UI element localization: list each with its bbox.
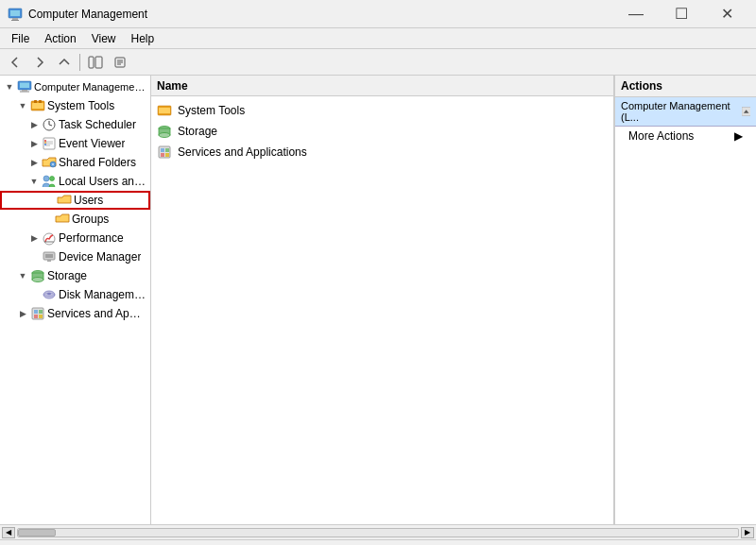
actions-scroll-up[interactable] <box>742 107 750 116</box>
content-storage-icon <box>157 124 172 139</box>
shared-folders-expand[interactable]: ▶ <box>26 155 42 170</box>
svg-point-40 <box>47 293 51 295</box>
actions-panel: Actions Computer Management (L... More A… <box>614 76 756 524</box>
main-container: ▼ Computer Management (Loca ▼ System Too… <box>0 76 756 524</box>
storage-expand[interactable]: ▼ <box>15 268 30 283</box>
svg-point-25 <box>44 140 46 142</box>
system-tools-expand[interactable]: ▼ <box>15 98 30 113</box>
close-button[interactable]: ✕ <box>705 0 748 28</box>
title-bar: Computer Management — ☐ ✕ <box>0 0 756 28</box>
actions-section-label: Computer Management (L... <box>621 100 742 123</box>
users-folder-icon <box>57 193 72 208</box>
tree-item-groups[interactable]: Groups <box>0 210 150 229</box>
svg-rect-13 <box>20 92 29 93</box>
svg-point-29 <box>43 176 49 181</box>
tree-item-task-scheduler[interactable]: ▶ Task Scheduler <box>0 115 150 134</box>
svg-rect-2 <box>12 18 18 20</box>
svg-rect-53 <box>161 148 164 152</box>
tree-item-shared-folders[interactable]: ▶ Shared Folders <box>0 153 150 172</box>
users-expand <box>42 193 57 208</box>
menu-action[interactable]: Action <box>37 30 83 47</box>
scroll-left-arrow[interactable]: ◀ <box>2 527 15 538</box>
forward-button[interactable] <box>28 52 51 73</box>
tree-item-local-users-groups[interactable]: ▼ Local Users and Groups <box>0 172 150 191</box>
tree-item-storage[interactable]: ▼ Storage <box>0 266 150 285</box>
task-scheduler-label: Task Scheduler <box>59 118 136 131</box>
computer-icon <box>17 79 32 94</box>
content-item-system-tools[interactable]: System Tools <box>151 100 613 121</box>
content-system-tools-label: System Tools <box>178 104 245 117</box>
device-manager-icon <box>42 249 57 264</box>
tree-item-event-viewer[interactable]: ▶ Event Viewer <box>0 134 150 153</box>
bottom-scrollbar[interactable]: ◀ ▶ <box>0 524 756 539</box>
svg-rect-35 <box>47 260 51 262</box>
services-apps-expand[interactable]: ▶ <box>15 306 30 321</box>
performance-icon <box>42 230 57 246</box>
center-panel: Name System Tools Storage <box>151 76 614 524</box>
tree-item-device-manager[interactable]: Device Manager <box>0 247 150 266</box>
content-item-services-apps[interactable]: Services and Applications <box>151 142 613 162</box>
toolbar <box>0 49 756 76</box>
task-scheduler-icon <box>42 117 57 132</box>
up-button[interactable] <box>53 52 76 73</box>
menu-view[interactable]: View <box>84 30 124 47</box>
properties-button[interactable] <box>109 52 131 73</box>
disk-management-label: Disk Management <box>59 288 146 301</box>
status-bar <box>0 539 756 545</box>
tree-item-performance[interactable]: ▶ Performance <box>0 229 150 247</box>
actions-more-actions[interactable]: More Actions ▶ <box>615 127 756 145</box>
tree-item-services-apps[interactable]: ▶ Services and Applications <box>0 304 150 323</box>
svg-rect-15 <box>32 103 43 109</box>
svg-rect-12 <box>22 90 27 92</box>
toolbar-separator <box>79 54 80 71</box>
system-tools-label: System Tools <box>47 99 114 112</box>
horizontal-scrolltrack[interactable] <box>17 528 739 537</box>
svg-rect-44 <box>39 310 43 314</box>
svg-rect-54 <box>165 148 169 152</box>
menu-help[interactable]: Help <box>124 30 163 47</box>
maximize-button[interactable]: ☐ <box>660 0 703 28</box>
window-controls[interactable]: — ☐ ✕ <box>614 0 748 28</box>
more-actions-label: More Actions <box>628 129 694 143</box>
root-expand[interactable]: ▼ <box>2 79 17 94</box>
services-apps-icon <box>30 306 45 321</box>
users-label: Users <box>74 194 103 207</box>
content-item-storage[interactable]: Storage <box>151 121 613 142</box>
horizontal-scrollthumb[interactable] <box>18 529 56 536</box>
content-storage-label: Storage <box>178 125 217 138</box>
tree-item-system-tools[interactable]: ▼ System Tools <box>0 96 150 115</box>
actions-title: Actions <box>615 76 756 97</box>
svg-point-27 <box>44 144 46 145</box>
minimize-button[interactable]: — <box>614 0 658 28</box>
show-hide-button[interactable] <box>84 52 107 73</box>
storage-label: Storage <box>47 269 87 282</box>
content-system-tools-icon <box>157 103 172 118</box>
system-tools-icon <box>30 98 45 113</box>
app-icon <box>8 7 23 22</box>
tree-panel[interactable]: ▼ Computer Management (Loca ▼ System Too… <box>0 76 151 524</box>
back-button[interactable] <box>4 52 26 73</box>
svg-rect-11 <box>20 83 29 89</box>
event-viewer-expand[interactable]: ▶ <box>26 136 42 151</box>
local-users-label: Local Users and Groups <box>59 175 146 188</box>
content-services-label: Services and Applications <box>178 145 307 159</box>
svg-rect-1 <box>10 10 20 16</box>
more-actions-arrow: ▶ <box>734 129 743 143</box>
actions-section-header: Computer Management (L... <box>615 97 756 127</box>
task-scheduler-expand[interactable]: ▶ <box>26 117 42 132</box>
svg-rect-48 <box>159 108 170 113</box>
performance-expand[interactable]: ▶ <box>26 230 42 246</box>
scroll-right-arrow[interactable]: ▶ <box>741 527 754 538</box>
menu-file[interactable]: File <box>4 30 37 47</box>
device-manager-label: Device Manager <box>59 250 141 264</box>
tree-root[interactable]: ▼ Computer Management (Loca <box>0 77 150 96</box>
svg-rect-56 <box>165 153 169 157</box>
tree-item-disk-management[interactable]: Disk Management <box>0 285 150 304</box>
center-content[interactable]: System Tools Storage Services an <box>151 96 613 524</box>
device-manager-expand <box>26 249 42 264</box>
svg-point-26 <box>44 142 46 144</box>
local-users-icon <box>42 174 57 189</box>
tree-item-users[interactable]: Users <box>0 191 150 210</box>
svg-rect-34 <box>45 254 53 258</box>
local-users-expand[interactable]: ▼ <box>26 174 42 189</box>
